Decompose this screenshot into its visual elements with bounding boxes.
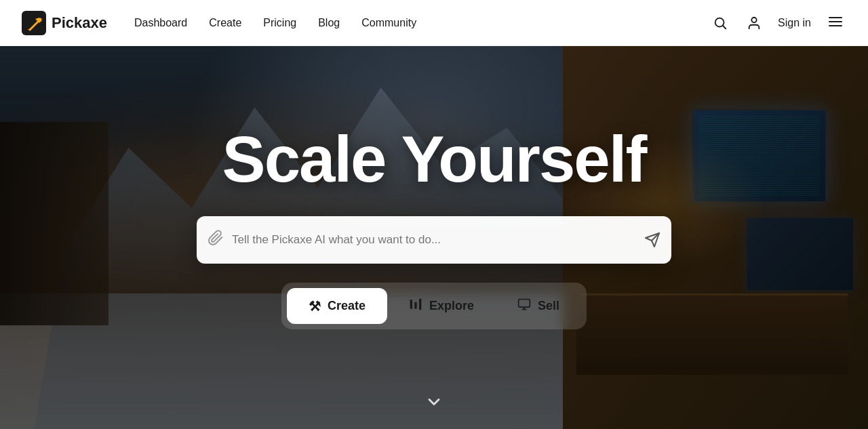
explore-label: Explore (429, 299, 474, 313)
hamburger-menu-button[interactable] (825, 11, 846, 35)
svg-point-3 (751, 17, 756, 22)
svg-rect-0 (22, 11, 46, 35)
send-icon (644, 232, 660, 248)
svg-rect-12 (519, 300, 530, 308)
svg-rect-11 (419, 299, 421, 310)
user-icon (747, 16, 762, 30)
hamburger-icon (827, 14, 844, 30)
nav-links: Dashboard Create Pricing Blog Community (134, 17, 710, 29)
svg-point-1 (715, 18, 724, 26)
sell-icon (517, 298, 531, 314)
svg-rect-10 (414, 302, 416, 309)
chevron-down-icon (425, 392, 443, 411)
ai-prompt-input[interactable] (232, 233, 636, 247)
navbar: Pickaxe Dashboard Create Pricing Blog Co… (0, 0, 868, 46)
logo-text: Pickaxe (52, 14, 107, 32)
scroll-down-indicator[interactable] (425, 392, 443, 415)
create-action-button[interactable]: ⚒ Create (287, 288, 387, 324)
svg-line-2 (723, 26, 726, 28)
hero-title: Scale Yourself (222, 127, 646, 192)
search-bar (197, 216, 671, 264)
hero-content: Scale Yourself ⚒ Create (0, 0, 868, 429)
hero-section: Scale Yourself ⚒ Create (0, 0, 868, 429)
create-icon: ⚒ (309, 298, 321, 314)
paperclip-icon (208, 230, 224, 250)
svg-rect-9 (410, 300, 412, 308)
nav-link-pricing[interactable]: Pricing (263, 17, 296, 29)
nav-link-create[interactable]: Create (209, 17, 241, 29)
nav-link-dashboard[interactable]: Dashboard (134, 17, 187, 29)
search-icon (713, 16, 728, 30)
action-buttons-group: ⚒ Create Explore (281, 283, 587, 329)
user-account-button[interactable] (744, 13, 764, 33)
sell-label: Sell (538, 299, 559, 313)
nav-link-blog[interactable]: Blog (318, 17, 340, 29)
create-label: Create (328, 299, 366, 313)
nav-right: Sign in (710, 11, 846, 35)
search-submit-button[interactable] (644, 232, 660, 248)
sign-in-button[interactable]: Sign in (778, 17, 811, 29)
explore-action-button[interactable]: Explore (387, 288, 496, 324)
sell-action-button[interactable]: Sell (496, 288, 581, 324)
search-button[interactable] (710, 13, 730, 33)
nav-link-community[interactable]: Community (361, 17, 416, 29)
pickaxe-logo-icon (22, 11, 46, 35)
logo[interactable]: Pickaxe (22, 11, 107, 35)
explore-icon (409, 298, 422, 314)
